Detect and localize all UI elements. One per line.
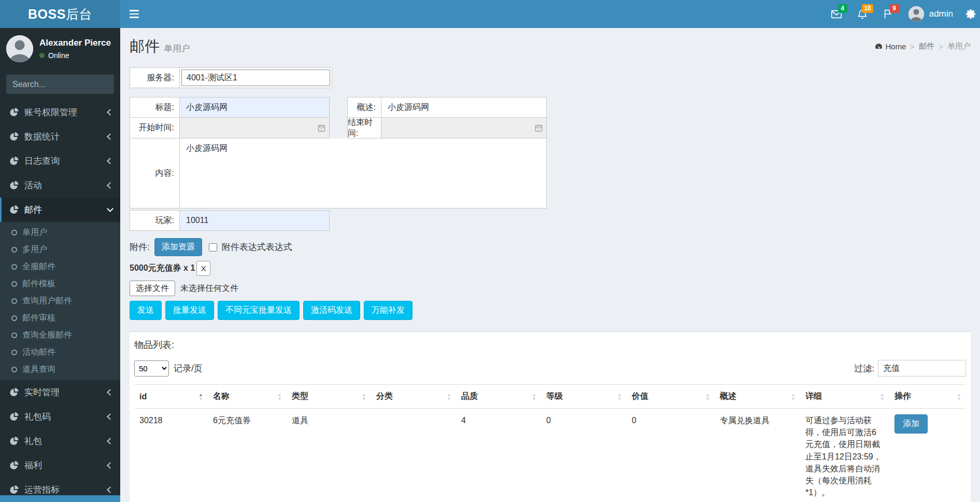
sidebar-toggle-icon[interactable] [120, 0, 148, 28]
sort-icon: ▲▼ [791, 393, 796, 401]
app-logo[interactable]: BOSS后台 [0, 0, 120, 28]
chevron-down-icon [107, 205, 113, 212]
filter-input[interactable] [878, 360, 966, 376]
send-button[interactable]: 发送 [130, 301, 162, 320]
cell-category [371, 409, 456, 502]
filter-label: 过滤: [854, 362, 874, 374]
breadcrumb-home-link[interactable]: Home [875, 42, 906, 51]
submenu-item-query-user-mail[interactable]: 查询用户邮件 [0, 292, 120, 310]
sort-icon: ▲▼ [957, 393, 961, 401]
column-header-summary[interactable]: 概述▲▼ [715, 385, 800, 409]
title-label: 标题: [130, 97, 180, 118]
choose-file-button[interactable]: 选择文件 [130, 281, 175, 296]
universal-resend-button[interactable]: 万能补发 [364, 301, 413, 320]
page-size-select[interactable]: 50 [134, 360, 169, 376]
chevron-left-icon [107, 486, 113, 493]
column-header-level[interactable]: 等级▲▼ [541, 385, 627, 409]
sidebar-item-data-statistics[interactable]: 数据统计 [0, 124, 120, 149]
circle-icon [11, 332, 17, 338]
column-header-action[interactable]: 操作▲▼ [889, 385, 966, 409]
sidebar-avatar [6, 35, 33, 62]
attachment-expression-checkbox[interactable] [209, 243, 217, 252]
sidebar-item-activity[interactable]: 活动 [0, 173, 120, 198]
submenu-item-multi-user[interactable]: 多用户 [0, 241, 120, 258]
settings-gear-icon[interactable] [960, 0, 980, 28]
circle-icon [11, 315, 17, 321]
column-header-type[interactable]: 类型▲▼ [287, 385, 371, 409]
cell-value: 0 [627, 409, 715, 502]
add-resource-button[interactable]: 添加资源 [154, 238, 202, 256]
submenu-item-query-all-server-mail[interactable]: 查询全服邮件 [0, 327, 120, 344]
server-select[interactable]: 4001-测试区1 [181, 69, 330, 86]
cell-name: 6元充值券 [208, 409, 287, 502]
column-header-value[interactable]: 价值▲▼ [627, 385, 715, 409]
messages-menu[interactable]: 4 [823, 0, 849, 28]
sidebar-item-welfare[interactable]: 福利 [0, 453, 120, 478]
sort-icon: ▲▼ [880, 393, 885, 401]
page-size-suffix-label: 记录/页 [174, 362, 203, 374]
submenu-item-activity-mail[interactable]: 活动邮件 [0, 344, 120, 361]
content-textarea[interactable]: 小皮源码网 [180, 138, 546, 208]
cell-detail: 可通过参与活动获得，使用后可激活6元充值，使用日期截止至1月12日23:59，道… [800, 409, 889, 502]
sidebar-user-status[interactable]: Online [39, 51, 111, 60]
circle-icon [11, 247, 17, 253]
pie-chart-icon [9, 412, 19, 422]
column-header-name[interactable]: 名称▲▼ [208, 385, 287, 409]
search-input[interactable] [6, 75, 114, 94]
sidebar-item-giftpack[interactable]: 礼包 [0, 429, 120, 453]
chevron-left-icon [107, 133, 113, 140]
user-menu[interactable]: admin [901, 0, 960, 28]
mail-form: 服务器: 4001-测试区1 标题: 小皮源码网 概述: 小皮源码网 开始时间:… [130, 67, 971, 320]
sidebar-item-mail[interactable]: 邮件 单用户 多用户 全服邮件 邮件模板 查询用户邮件 邮件审核 查询全服邮件 … [0, 198, 120, 380]
add-item-button[interactable]: 添加 [894, 414, 928, 434]
sidebar-partial-item[interactable] [0, 495, 120, 502]
top-navbar: BOSS后台 4 10 9 admin [0, 0, 980, 28]
submenu-item-item-query[interactable]: 道具查询 [0, 361, 120, 378]
pie-chart-icon [9, 436, 19, 446]
title-input[interactable]: 小皮源码网 [180, 97, 330, 118]
different-ingot-batch-send-button[interactable]: 不同元宝批量发送 [218, 301, 300, 320]
chevron-left-icon [107, 413, 113, 420]
main-content: 邮件单用户 Home > 邮件 > 单用户 服务器: 4001-测试区1 标题:… [120, 28, 980, 502]
notifications-menu[interactable]: 10 [849, 0, 875, 28]
sidebar-item-account-permissions[interactable]: 账号权限管理 [0, 100, 120, 124]
circle-icon [11, 367, 17, 372]
column-header-id[interactable]: id▲▼ [134, 385, 208, 409]
submenu-item-mail-review[interactable]: 邮件审核 [0, 310, 120, 327]
tasks-badge: 9 [890, 4, 899, 13]
file-upload-row: 选择文件 未选择任何文件 [130, 281, 971, 296]
chevron-left-icon [107, 438, 113, 444]
sidebar-item-log-query[interactable]: 日志查询 [0, 149, 120, 173]
online-status-dot [39, 53, 45, 58]
submenu-item-single-user[interactable]: 单用户 [0, 224, 120, 241]
chevron-left-icon [107, 158, 113, 164]
column-header-quality[interactable]: 品质▲▼ [456, 385, 541, 409]
summary-input[interactable]: 小皮源码网 [381, 97, 547, 118]
start-time-input[interactable] [180, 118, 330, 138]
sidebar-search [6, 75, 114, 94]
tasks-menu[interactable]: 9 [875, 0, 901, 28]
submenu-item-mail-template[interactable]: 邮件模板 [0, 275, 120, 292]
column-header-category[interactable]: 分类▲▼ [371, 385, 456, 409]
pie-chart-icon [9, 107, 19, 117]
sort-icon: ▲▼ [617, 393, 622, 401]
remove-attachment-button[interactable]: X [196, 261, 210, 276]
player-input[interactable]: 10011 [180, 210, 330, 231]
breadcrumb-separator: > [910, 42, 915, 51]
breadcrumb-section-link[interactable]: 邮件 [919, 41, 934, 51]
activation-code-send-button[interactable]: 激活码发送 [303, 301, 360, 320]
sidebar-item-realtime-management[interactable]: 实时管理 [0, 380, 120, 405]
chevron-left-icon [107, 462, 113, 469]
sidebar-item-giftpack-code[interactable]: 礼包码 [0, 405, 120, 429]
player-row: 玩家: 10011 [130, 210, 971, 231]
end-time-input[interactable] [381, 118, 547, 138]
chevron-left-icon [107, 109, 113, 116]
submenu-item-all-server-mail[interactable]: 全服邮件 [0, 258, 120, 275]
table-row: 30218 6元充值券 道具 4 0 0 专属兑换道具 可通过参与活动获得，使用… [134, 409, 966, 502]
pie-chart-icon [9, 461, 19, 470]
pie-chart-icon [9, 485, 19, 495]
attachment-chip-row: 5000元充值券 x 1 X [130, 261, 971, 276]
start-time-label: 开始时间: [130, 118, 180, 138]
column-header-detail[interactable]: 详细▲▼ [800, 385, 889, 409]
batch-send-button[interactable]: 批量发送 [165, 301, 214, 320]
